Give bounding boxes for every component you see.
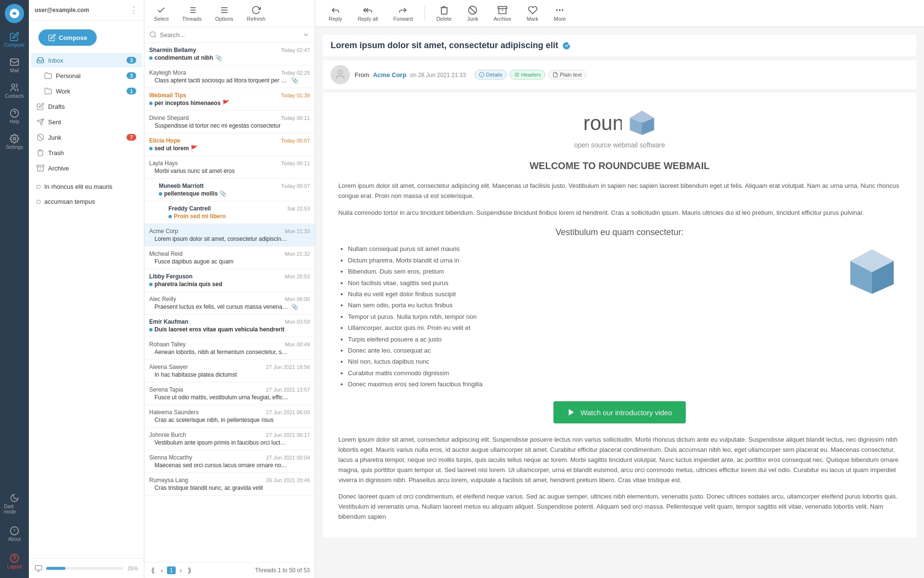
folder-options-button[interactable]: ⋮ — [129, 5, 138, 15]
sidebar-item-logout[interactable]: Logout — [2, 550, 27, 573]
cube-icon — [628, 108, 656, 137]
watch-video-button[interactable]: Watch our introductory video — [553, 401, 685, 423]
message-item[interactable]: Sienna Mccarthy 27 Jun 2021 00:04 Maecen… — [144, 450, 315, 473]
rc-large-cube-icon — [846, 246, 898, 299]
msg-subject: Suspendisse id tortor nec mi egestas con… — [154, 122, 281, 129]
unread-dot — [149, 283, 153, 286]
rc-logo-sub: open source webmail software — [338, 141, 901, 149]
message-item[interactable]: Muneeb Marriott Today 00:07 pellentesque… — [144, 179, 315, 201]
work-badge: 1 — [127, 88, 136, 94]
mark-button[interactable]: Mark — [521, 2, 544, 25]
contacts-label: Contacts — [5, 93, 24, 99]
sidebar-item-contacts[interactable]: Contacts — [2, 79, 27, 103]
folder-item-inbox[interactable]: Inbox 3 — [31, 53, 142, 67]
folder-item-personal[interactable]: Personal 3 — [31, 68, 142, 83]
message-item[interactable]: Layla Hays Today 00:11 Morbi varius nunc… — [144, 156, 315, 179]
sidebar-item-darkmode[interactable]: Dark mode — [2, 489, 27, 518]
msg-sender: Muneeb Marriott — [159, 183, 204, 189]
reply-all-button[interactable]: Reply all — [352, 2, 384, 25]
sidebar-item-settings[interactable]: Settings — [2, 130, 27, 154]
folder-item-trash[interactable]: Trash — [31, 145, 142, 160]
msg-sender: Micheal Reid — [149, 250, 182, 257]
folder-item-custom1[interactable]: In rhoncus elit eu mauris — [31, 180, 142, 194]
message-item[interactable]: Alec Reilly Mon 09:00 Praesent luctus ex… — [144, 292, 315, 315]
email-meta-bar: From Acme Corp on 28 Jun 2021 21:33 Deta… — [323, 60, 916, 89]
message-item[interactable]: Rohaan Talley Mon 00:49 Aenean lobortis,… — [144, 337, 315, 360]
msg-time: Mon 00:49 — [285, 342, 310, 347]
msg-subject: pharetra lacinia quis sed — [154, 281, 222, 288]
message-item[interactable]: Rumaysa Lang 26 Jun 2021 20:46 Cras tris… — [144, 473, 315, 496]
folder-item-custom2[interactable]: accumsan tempus — [31, 195, 142, 209]
svg-point-34 — [560, 10, 561, 11]
folder-item-drafts[interactable]: Drafts — [31, 99, 142, 114]
video-btn-label: Watch our introductory video — [580, 408, 672, 417]
sidebar-item-help[interactable]: Help — [2, 105, 27, 128]
personal-label: Personal — [56, 72, 80, 79]
archive-label: Archive — [48, 165, 69, 172]
prev-page-btn[interactable]: ‹ — [159, 565, 165, 575]
trash-label: Trash — [48, 149, 64, 157]
message-item[interactable]: Johnnie Burch 27 Jun 2021 00:17 Vestibul… — [144, 428, 315, 450]
message-item[interactable]: Serena Tapia 27 Jun 2021 13:57 Fusce ut … — [144, 382, 315, 405]
folder-item-junk[interactable]: Junk 7 — [31, 130, 142, 144]
delete-button[interactable]: Delete — [431, 2, 458, 25]
search-input[interactable] — [160, 31, 299, 39]
reply-button[interactable]: Reply — [323, 2, 348, 25]
message-item[interactable]: Haleema Saunders 27 Jun 2021 06:09 Cras … — [144, 405, 315, 428]
msg-subject: Cras tristique blandit nunc, ac gravida … — [154, 485, 263, 491]
message-item[interactable]: Webmail Tips Today 01:39 per inceptos hi… — [144, 88, 315, 111]
msg-sender: Sienna Mccarthy — [149, 454, 192, 461]
msg-sender: Rohaan Talley — [149, 341, 186, 348]
message-item[interactable]: Emir Kaufman Mon 03:59 Duis laoreet eros… — [144, 315, 315, 337]
msg-time: 26 Jun 2021 20:46 — [266, 477, 310, 483]
msg-subject: Lorem ipsum dolor sit amet, consectetur … — [154, 236, 289, 242]
message-item[interactable]: Libby Ferguson Mon 20:53 pharetra lacini… — [144, 269, 315, 292]
threads-btn[interactable]: Threads — [177, 2, 207, 25]
email-tags: Details Headers Plain text — [475, 70, 586, 79]
archive-button[interactable]: Archive — [488, 2, 517, 25]
sidebar-item-mail[interactable]: Mail — [2, 53, 27, 77]
headers-tag[interactable]: Headers — [510, 70, 546, 79]
folder-item-archive[interactable]: Archive — [31, 161, 142, 175]
roundcube-header: roundcube open source webmail software — [338, 108, 901, 149]
next-page-btn[interactable]: › — [178, 565, 184, 575]
msg-sender: Sharmin Bellamy — [149, 47, 196, 53]
folder-item-sent[interactable]: Sent — [31, 115, 142, 129]
message-item[interactable]: Micheal Reid Mon 21:32 Fusce dapibus aug… — [144, 247, 315, 269]
svg-line-29 — [154, 36, 156, 38]
pager: ⟪ ‹ 1 › ⟫ — [149, 565, 193, 575]
select-btn[interactable]: Select — [148, 2, 175, 25]
more-button[interactable]: More — [548, 2, 572, 25]
options-btn[interactable]: Options — [209, 2, 239, 25]
message-item[interactable]: Kayleigh Mora Today 02:25 Class aptent t… — [144, 66, 315, 88]
message-item[interactable]: Sharmin Bellamy Today 02:47 condimentum … — [144, 43, 315, 66]
forward-button[interactable]: Forward — [387, 2, 418, 25]
refresh-btn[interactable]: Refresh — [241, 2, 271, 25]
search-options-icon[interactable] — [302, 31, 310, 39]
inbox-badge: 3 — [127, 57, 136, 64]
junk-button[interactable]: Junk — [461, 2, 484, 25]
message-item[interactable]: Elicia Hope Today 00:07 sed ut lorem 🚩 — [144, 133, 315, 156]
feature-list-item: Nisl non, luctus dapibus nunc — [348, 356, 832, 367]
sidebar-item-about[interactable]: About — [2, 522, 27, 546]
plaintext-tag[interactable]: Plain text — [548, 70, 586, 79]
compose-button[interactable]: Compose — [38, 29, 97, 46]
attachment-icon: 📎 — [291, 303, 298, 310]
first-page-btn[interactable]: ⟪ — [149, 565, 157, 575]
details-tag[interactable]: Details — [475, 70, 507, 79]
message-item[interactable]: Aleena Sawyer 27 Jun 2021 18:56 In hac h… — [144, 360, 315, 382]
headers-label: Headers — [521, 72, 541, 78]
search-icon — [149, 31, 157, 39]
message-item[interactable]: Divine Shepard Today 00:11 Suspendisse i… — [144, 111, 315, 133]
msg-subject: Aenean lobortis, nibh at fermentum conse… — [154, 349, 289, 355]
sidebar-item-compose[interactable]: Compose — [2, 28, 27, 52]
msg-time: 27 Jun 2021 06:09 — [266, 409, 310, 415]
feature-list-item: Bibendum. Duis sem eros, pretium — [348, 266, 832, 277]
message-item[interactable]: Freddy Cantrell Sat 22:53 Proin sed mi l… — [144, 201, 315, 224]
message-item[interactable]: Acme Corp Mon 21:33 Lorem ipsum dolor si… — [144, 224, 315, 247]
folder-item-work[interactable]: Work 1 — [31, 84, 142, 98]
sender-name[interactable]: Acme Corp — [373, 71, 406, 79]
feature-list-item: Turpis eleifend posuere a ac justo — [348, 334, 832, 345]
last-page-btn[interactable]: ⟫ — [186, 565, 193, 575]
rc-cube-img — [843, 243, 901, 301]
